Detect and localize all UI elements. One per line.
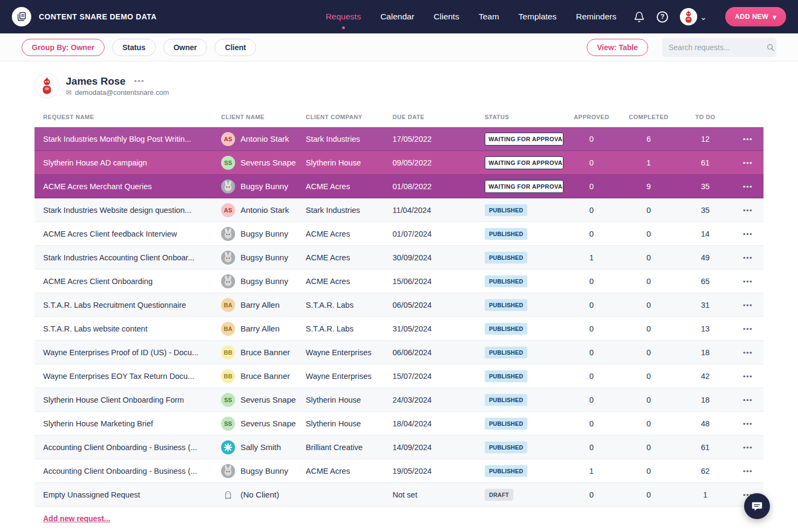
table-row[interactable]: Stark Industries Website design question… bbox=[35, 198, 763, 222]
table-row[interactable]: ACME Acres Client feedback InterviewBugs… bbox=[35, 222, 763, 246]
row-actions-button[interactable]: ••• bbox=[743, 206, 753, 215]
status-badge: PUBLISHED bbox=[485, 299, 527, 311]
add-new-button[interactable]: ADD NEW ▾ bbox=[725, 7, 786, 26]
client-name-cell: BABarry Allen bbox=[221, 298, 306, 312]
group-by-filter[interactable]: Group By: Owner bbox=[22, 39, 105, 56]
row-actions-button[interactable]: ••• bbox=[743, 420, 753, 428]
owner-info: James Rose ••• ✉ demodata@contentsnare.c… bbox=[66, 75, 169, 96]
table-row[interactable]: Slytherin House Marketing BriefSSSeverus… bbox=[35, 412, 763, 436]
completed-cell: 0 bbox=[623, 348, 678, 357]
due-date-cell: 18/04/2024 bbox=[393, 419, 485, 428]
client-name-cell: ASAntonio Stark bbox=[221, 132, 306, 146]
approved-cell: 0 bbox=[564, 372, 623, 381]
completed-cell: 0 bbox=[623, 419, 678, 428]
table-row[interactable]: Wayne Enterprises Proof of ID (US) - Doc… bbox=[35, 341, 763, 364]
request-name-cell: Slytherin House Client Onboarding Form bbox=[35, 396, 221, 404]
owner-email: ✉ demodata@contentsnare.com bbox=[66, 88, 169, 96]
client-avatar: SS bbox=[221, 156, 235, 170]
table-row[interactable]: Slytherin House AD campaignSSSeverus Sna… bbox=[35, 151, 763, 175]
due-date-cell: 01/08/2022 bbox=[393, 182, 485, 191]
help-icon[interactable]: ? bbox=[657, 11, 668, 23]
table-row[interactable]: Accounting Client Onboarding - Business … bbox=[35, 459, 763, 483]
approved-cell: 1 bbox=[564, 467, 623, 475]
filter-pill-owner[interactable]: Owner bbox=[163, 39, 208, 56]
status-cell: PUBLISHED bbox=[485, 418, 564, 430]
client-name-cell: Bugsy Bunny bbox=[221, 251, 306, 265]
row-actions-cell: ••• bbox=[737, 324, 763, 333]
nav-item-requests[interactable]: Requests bbox=[326, 12, 361, 22]
filter-pill-status[interactable]: Status bbox=[112, 39, 156, 56]
table-row[interactable]: Slytherin House Client Onboarding FormSS… bbox=[35, 388, 763, 412]
approved-cell: 1 bbox=[564, 253, 623, 262]
status-cell: PUBLISHED bbox=[485, 394, 564, 406]
request-name-cell: Slytherin House Marketing Brief bbox=[35, 419, 221, 428]
nav-item-clients[interactable]: Clients bbox=[434, 12, 459, 22]
completed-cell: 9 bbox=[623, 182, 678, 191]
row-actions-cell: ••• bbox=[737, 467, 763, 475]
row-actions-button[interactable]: ••• bbox=[743, 444, 753, 452]
row-actions-button[interactable]: ••• bbox=[743, 254, 753, 262]
request-name-cell: Stark Industries Website design question… bbox=[35, 206, 221, 215]
nav-item-reminders[interactable]: Reminders bbox=[576, 12, 616, 22]
status-badge: PUBLISHED bbox=[485, 465, 527, 477]
row-actions-button[interactable]: ••• bbox=[743, 135, 753, 143]
row-actions-cell: ••• bbox=[737, 372, 763, 381]
approved-cell: 0 bbox=[564, 396, 623, 404]
status-badge: PUBLISHED bbox=[485, 441, 527, 453]
table-row[interactable]: ACME Acres Client OnboardingBugsy BunnyA… bbox=[35, 270, 763, 293]
notifications-bell-icon[interactable] bbox=[634, 11, 645, 23]
approved-cell: 0 bbox=[564, 206, 623, 215]
completed-cell: 0 bbox=[623, 230, 678, 238]
todo-cell: 62 bbox=[678, 467, 737, 475]
due-date-cell: 06/05/2024 bbox=[393, 301, 485, 309]
row-actions-button[interactable]: ••• bbox=[743, 396, 753, 404]
todo-cell: 18 bbox=[678, 396, 737, 404]
row-actions-button[interactable]: ••• bbox=[743, 349, 753, 357]
table-row[interactable]: Wayne Enterprises EOY Tax Return Docu...… bbox=[35, 364, 763, 388]
nav-item-calendar[interactable]: Calendar bbox=[380, 12, 414, 22]
status-badge: WAITING FOR APPROVAL bbox=[485, 180, 563, 193]
approved-cell: 0 bbox=[564, 419, 623, 428]
row-actions-button[interactable]: ••• bbox=[743, 467, 753, 475]
owner-menu-button[interactable]: ••• bbox=[134, 77, 145, 85]
status-cell: PUBLISHED bbox=[485, 347, 564, 358]
table-row[interactable]: S.T.A.R. Labs Recruitment QuestionnaireB… bbox=[35, 293, 763, 317]
table-row[interactable]: S.T.A.R. Labs website contentBABarry All… bbox=[35, 317, 763, 341]
row-actions-cell: ••• bbox=[737, 419, 763, 428]
nav-item-team[interactable]: Team bbox=[479, 12, 499, 22]
bunny-avatar-icon bbox=[221, 274, 235, 288]
status-badge: PUBLISHED bbox=[485, 275, 527, 287]
row-actions-button[interactable]: ••• bbox=[743, 372, 753, 381]
add-new-label: ADD NEW bbox=[735, 13, 769, 20]
table-row[interactable]: Empty Unassigned Request(No Client)Not s… bbox=[35, 483, 763, 507]
table-row[interactable]: Stark Industries Monthly Blog Post Writi… bbox=[35, 127, 763, 151]
status-cell: PUBLISHED bbox=[485, 441, 564, 453]
row-actions-button[interactable]: ••• bbox=[743, 278, 753, 286]
status-cell: PUBLISHED bbox=[485, 299, 564, 311]
client-company-cell: Stark Industries bbox=[306, 135, 393, 143]
table-row[interactable]: Accounting Client Onboarding - Business … bbox=[35, 436, 763, 459]
due-date-cell: 15/07/2024 bbox=[393, 372, 485, 381]
row-actions-button[interactable]: ••• bbox=[743, 183, 753, 191]
table-row[interactable]: Stark Industries Accounting Client Onboa… bbox=[35, 246, 763, 270]
app-logo-icon bbox=[12, 7, 31, 26]
client-name-cell: ASAntonio Stark bbox=[221, 203, 306, 217]
completed-cell: 0 bbox=[623, 396, 678, 404]
nav-item-templates[interactable]: Templates bbox=[519, 12, 557, 22]
row-actions-button[interactable]: ••• bbox=[743, 159, 753, 167]
search-input[interactable] bbox=[669, 43, 766, 52]
chat-widget-button[interactable] bbox=[744, 493, 770, 519]
approved-cell: 0 bbox=[564, 443, 623, 452]
row-actions-button[interactable]: ••• bbox=[743, 301, 753, 309]
table-row[interactable]: ACME Acres Merchant QueriesBugsy BunnyAC… bbox=[35, 175, 763, 198]
view-toggle[interactable]: View: Table bbox=[587, 39, 648, 56]
row-actions-button[interactable]: ••• bbox=[743, 325, 753, 333]
row-actions-button[interactable]: ••• bbox=[743, 230, 753, 238]
filter-pill-client[interactable]: Client bbox=[215, 39, 256, 56]
approved-cell: 0 bbox=[564, 230, 623, 238]
user-menu[interactable]: ⌄ bbox=[680, 8, 707, 25]
add-new-request-link[interactable]: Add new request... bbox=[43, 514, 110, 523]
due-date-cell: 09/05/2022 bbox=[393, 158, 485, 167]
due-date-cell: 19/05/2024 bbox=[393, 467, 485, 475]
bunny-avatar-icon bbox=[221, 464, 235, 478]
